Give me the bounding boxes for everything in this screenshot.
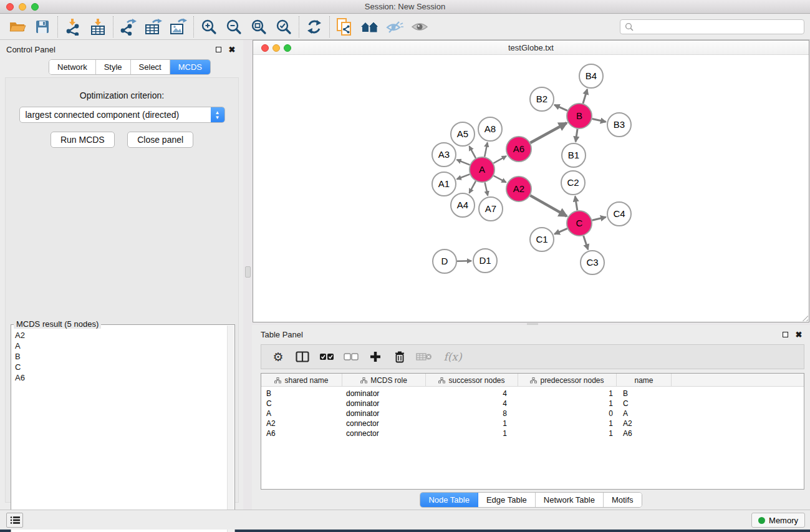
function-builder-button[interactable]: f(x) <box>439 348 466 365</box>
table-cell[interactable]: B <box>617 389 672 399</box>
graph-edge-C-C3[interactable] <box>584 236 588 249</box>
graph-edge-A-A4[interactable] <box>470 181 476 193</box>
graph-node-A3[interactable]: A3 <box>432 143 456 167</box>
tab-style[interactable]: Style <box>96 60 131 74</box>
tab-network[interactable]: Network <box>49 60 96 74</box>
refresh-view-button[interactable] <box>302 17 327 37</box>
table-cell[interactable]: A <box>261 409 342 418</box>
column-header-successor-nodes[interactable]: successor nodes <box>426 374 518 387</box>
tab-edge-table[interactable]: Edge Table <box>478 493 536 507</box>
tab-select[interactable]: Select <box>131 60 170 74</box>
graph-node-A1[interactable]: A1 <box>432 172 456 196</box>
table-cell[interactable]: 4 <box>426 389 518 399</box>
export-image-button[interactable] <box>166 17 191 37</box>
table-cell[interactable]: 1 <box>518 428 617 438</box>
result-item[interactable]: A2 <box>12 330 227 341</box>
tab-network-table[interactable]: Network Table <box>536 493 604 507</box>
import-table-button[interactable] <box>85 17 110 37</box>
table-cell[interactable]: 8 <box>426 409 518 418</box>
graph-edge-A-A2[interactable] <box>494 176 506 183</box>
table-cell[interactable]: dominator <box>342 399 426 409</box>
memory-button[interactable]: Memory <box>751 513 805 528</box>
float-panel-button[interactable] <box>213 44 223 54</box>
result-item[interactable]: C <box>12 362 227 372</box>
graph-edge-A-A1[interactable] <box>457 174 470 179</box>
graph-node-A5[interactable]: A5 <box>451 122 475 146</box>
close-panel-pushbutton[interactable]: Close panel <box>127 132 193 148</box>
graph-edge-C-C4[interactable] <box>592 217 605 220</box>
zoom-fit-button[interactable] <box>246 17 271 37</box>
graph-edge-A-A8[interactable] <box>485 143 488 157</box>
network-canvas[interactable]: B4B2BB3A8A5A6A3B1AA1C2A2A4A7C4CC1DD1C3 <box>254 56 808 321</box>
graph-edge-C-C2[interactable] <box>575 196 577 211</box>
table-row[interactable]: Adominator80A <box>261 409 804 418</box>
zoom-in-button[interactable] <box>196 17 221 37</box>
table-cell[interactable]: 1 <box>426 428 518 438</box>
graph-edge-A-A3[interactable] <box>456 160 470 165</box>
table-float-button[interactable] <box>780 329 790 339</box>
result-item[interactable]: A6 <box>12 372 227 383</box>
table-settings-button[interactable]: ⚙ <box>269 348 287 365</box>
graph-edge-B-B2[interactable] <box>554 105 567 110</box>
graph-node-A6[interactable]: A6 <box>506 137 531 162</box>
table-cell[interactable]: A2 <box>617 418 672 428</box>
graph-node-A2[interactable]: A2 <box>506 177 531 201</box>
table-cell[interactable]: C <box>617 399 672 409</box>
graph-node-B2[interactable]: B2 <box>530 87 554 111</box>
column-header-MCDS-role[interactable]: MCDS role <box>342 374 426 387</box>
show-panels-button[interactable] <box>6 513 23 528</box>
delete-column-button[interactable] <box>390 348 409 365</box>
table-cell[interactable]: A6 <box>261 428 342 438</box>
graph-node-C[interactable]: C <box>567 211 592 236</box>
column-header-predecessor-nodes[interactable]: predecessor nodes <box>518 374 617 387</box>
criterion-dropdown[interactable]: largest connected component (directed) ▲… <box>19 107 225 123</box>
table-cell[interactable]: A6 <box>617 428 672 438</box>
column-header-name[interactable]: name <box>617 374 672 387</box>
add-column-button[interactable] <box>366 348 385 365</box>
table-cell[interactable]: dominator <box>342 389 426 399</box>
graph-node-C4[interactable]: C4 <box>607 202 631 226</box>
table-cell[interactable]: C <box>261 399 342 409</box>
run-mcds-button[interactable]: Run MCDS <box>51 132 115 148</box>
graph-edge-A6-B[interactable] <box>530 123 566 143</box>
table-cell[interactable]: connector <box>342 428 426 438</box>
table-cell[interactable]: dominator <box>342 409 426 418</box>
zoom-selected-button[interactable] <box>271 17 296 37</box>
unselect-all-button[interactable] <box>342 348 360 365</box>
graph-node-B[interactable]: B <box>567 104 592 128</box>
graph-node-A[interactable]: A <box>470 157 494 182</box>
table-close-button[interactable]: ✖ <box>794 329 804 339</box>
search-input[interactable] <box>636 21 804 33</box>
table-cell[interactable]: B <box>261 389 342 399</box>
graph-node-A7[interactable]: A7 <box>479 197 503 221</box>
graph-node-D[interactable]: D <box>433 249 456 273</box>
export-table-button[interactable] <box>141 17 166 37</box>
graph-edge-A2-C[interactable] <box>530 195 567 216</box>
graph-edge-A-A7[interactable] <box>485 182 488 195</box>
graph-node-C1[interactable]: C1 <box>530 228 554 251</box>
save-session-button[interactable] <box>30 17 55 37</box>
first-neighbors-button[interactable] <box>357 17 382 37</box>
graph-node-B3[interactable]: B3 <box>607 113 631 137</box>
import-network-button[interactable] <box>60 17 85 37</box>
graph-edge-B-B3[interactable] <box>592 118 606 122</box>
result-item[interactable]: B <box>12 351 227 362</box>
table-cell[interactable]: 1 <box>518 399 617 409</box>
column-header-shared-name[interactable]: shared name <box>261 374 342 387</box>
table-cell[interactable]: connector <box>342 418 426 428</box>
graph-node-A8[interactable]: A8 <box>478 117 502 141</box>
export-network-button[interactable] <box>116 17 141 37</box>
result-item[interactable]: A <box>12 341 227 351</box>
graph-node-C2[interactable]: C2 <box>561 171 585 195</box>
tab-motifs[interactable]: Motifs <box>604 493 642 507</box>
graph-node-B1[interactable]: B1 <box>562 143 586 167</box>
close-panel-button[interactable]: ✖ <box>227 44 237 54</box>
graph-node-C3[interactable]: C3 <box>581 251 604 274</box>
select-all-button[interactable] <box>317 348 336 365</box>
table-cell[interactable]: 0 <box>518 409 617 418</box>
graph-edge-A-A6[interactable] <box>493 156 506 163</box>
table-row[interactable]: Cdominator41C <box>261 399 804 409</box>
graph-edge-B-B4[interactable] <box>583 89 587 104</box>
graph-edge-C-C1[interactable] <box>554 228 567 234</box>
tab-mcds[interactable]: MCDS <box>170 60 210 74</box>
